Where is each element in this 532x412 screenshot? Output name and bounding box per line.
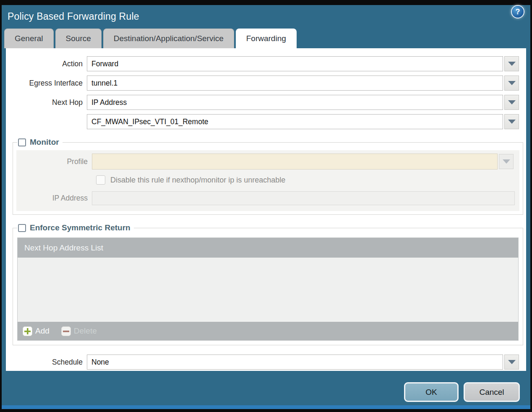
next-hop-type-input[interactable] <box>87 95 503 110</box>
schedule-label: Schedule <box>6 358 87 367</box>
monitor-ip-address-label: IP Address <box>16 194 92 203</box>
add-button[interactable]: Add <box>23 326 50 336</box>
enforce-symmetric-return-checkbox[interactable] <box>18 224 26 232</box>
next-hop-row: Next Hop <box>6 95 526 110</box>
monitor-ip-address-input <box>92 191 515 205</box>
action-label: Action <box>6 60 87 68</box>
next-hop-address-dropdown-button[interactable] <box>504 114 519 129</box>
profile-input <box>92 154 498 169</box>
profile-dropdown-button <box>499 154 514 169</box>
monitor-ip-address-row: IP Address <box>16 191 519 205</box>
tab-bar: General Source Destination/Application/S… <box>4 29 297 48</box>
ok-button[interactable]: OK <box>404 382 459 402</box>
next-hop-address-row <box>6 114 526 129</box>
enforce-symmetric-return-fieldset: Enforce Symmetric Return Next Hop Addres… <box>13 223 523 345</box>
action-dropdown-button[interactable] <box>504 56 519 71</box>
policy-based-forwarding-dialog: Policy Based Forwarding Rule ? General S… <box>2 5 530 405</box>
add-button-label: Add <box>35 326 50 336</box>
chevron-down-icon <box>508 62 516 66</box>
next-hop-address-input[interactable] <box>87 114 503 129</box>
monitor-fieldset: Monitor Profile Disable this rule if nex… <box>13 138 523 215</box>
egress-interface-dropdown-button[interactable] <box>504 76 519 91</box>
profile-row: Profile <box>16 154 519 169</box>
tab-forwarding[interactable]: Forwarding <box>236 29 297 48</box>
tab-source[interactable]: Source <box>55 29 102 48</box>
schedule-row: Schedule <box>6 355 526 370</box>
enforce-symmetric-return-legend: Enforce Symmetric Return <box>17 223 134 232</box>
cancel-button[interactable]: Cancel <box>464 382 520 402</box>
disable-rule-row: Disable this rule if nexthop/monitor ip … <box>96 175 519 185</box>
chevron-down-icon <box>508 120 516 124</box>
egress-interface-row: Egress Interface <box>6 76 526 91</box>
disable-rule-checkbox <box>96 175 105 185</box>
delete-button-label: Delete <box>74 326 97 336</box>
action-input[interactable] <box>87 56 503 71</box>
minus-icon <box>61 326 71 336</box>
monitor-checkbox[interactable] <box>18 138 26 146</box>
chevron-down-icon <box>508 100 516 104</box>
chevron-down-icon <box>508 360 516 364</box>
dialog-title: Policy Based Forwarding Rule <box>8 11 139 22</box>
screen: Policy Based Forwarding Rule ? General S… <box>0 0 532 412</box>
next-hop-label: Next Hop <box>6 98 87 107</box>
egress-interface-input[interactable] <box>87 76 503 91</box>
next-hop-type-dropdown-button[interactable] <box>504 95 519 110</box>
action-row: Action <box>6 56 526 71</box>
enforce-symmetric-return-label: Enforce Symmetric Return <box>30 223 130 232</box>
window-bottom-accent <box>2 405 530 409</box>
disable-rule-label: Disable this rule if nexthop/monitor ip … <box>110 176 285 185</box>
egress-interface-label: Egress Interface <box>6 79 87 88</box>
monitor-legend: Monitor <box>17 138 63 147</box>
next-hop-address-list-toolbar: Add Delete <box>18 322 518 340</box>
tab-destination-application-service[interactable]: Destination/Application/Service <box>103 29 234 48</box>
schedule-input[interactable] <box>87 355 503 370</box>
profile-label: Profile <box>16 157 92 166</box>
monitor-panel: Profile Disable this rule if nexthop/mon… <box>16 150 519 211</box>
plus-icon <box>23 326 32 336</box>
help-icon[interactable]: ? <box>512 6 524 18</box>
next-hop-address-list-body <box>18 258 518 322</box>
schedule-dropdown-button[interactable] <box>504 355 519 370</box>
next-hop-address-list-header-label: Next Hop Address List <box>24 243 103 253</box>
chevron-down-icon <box>503 159 510 164</box>
next-hop-address-list-header: Next Hop Address List <box>18 238 518 258</box>
monitor-legend-label: Monitor <box>30 138 59 147</box>
tab-general[interactable]: General <box>4 29 54 48</box>
delete-button: Delete <box>61 326 97 336</box>
next-hop-address-list-table: Next Hop Address List Add <box>17 237 519 341</box>
forwarding-tab-panel: Action Egress Interface Next Hop <box>6 48 526 371</box>
chevron-down-icon <box>508 81 516 85</box>
